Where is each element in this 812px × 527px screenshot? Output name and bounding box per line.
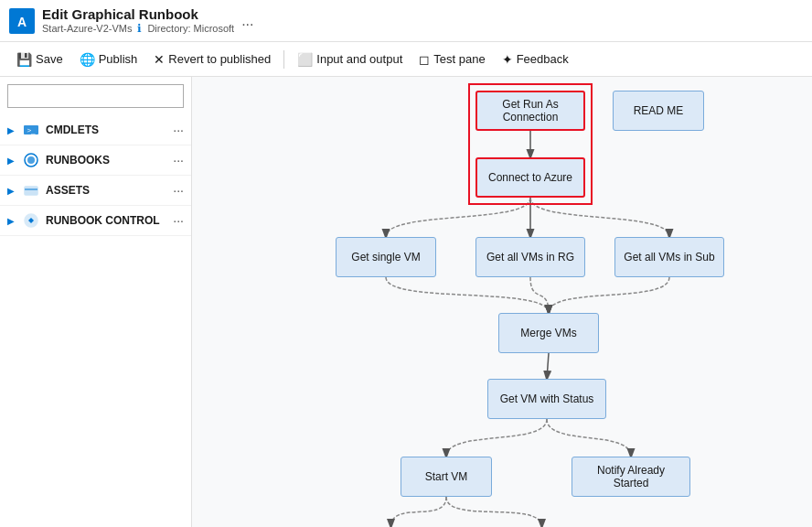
title-ellipsis[interactable]: ... (241, 13, 253, 29)
flow-node-get-single-vm[interactable]: Get single VM (336, 237, 436, 277)
toolbar-separator (283, 50, 284, 69)
cmdlets-icon: >_ (22, 121, 40, 139)
sidebar-label-assets: ASSETS (46, 184, 173, 197)
title-info: Edit Graphical Runbook Start-Azure-V2-VM… (42, 6, 234, 35)
flow-svg (192, 77, 812, 527)
flow-node-get-run-as[interactable]: Get Run As Connection (475, 91, 585, 131)
chevron-icon: ▶ (7, 216, 18, 226)
canvas[interactable]: Get Run As ConnectionREAD MEConnect to A… (192, 77, 812, 527)
flow-node-get-vms-rg[interactable]: Get all VMs in RG (475, 237, 585, 277)
feedback-icon: ✦ (502, 52, 513, 67)
svg-point-5 (27, 156, 35, 164)
app-icon: A (9, 8, 35, 34)
runbooks-icon (22, 151, 40, 169)
save-icon: 💾 (16, 52, 32, 67)
save-button[interactable]: 💾 Save (9, 48, 70, 70)
sidebar: ▶ >_ CMDLETS ··· ▶ RUNBOOKS ··· (0, 77, 192, 527)
flow-node-notify-started[interactable]: Notify Already Started (572, 457, 690, 497)
svg-rect-6 (25, 187, 37, 195)
sidebar-search-container (0, 77, 191, 115)
info-icon: ℹ (137, 22, 142, 35)
revert-button[interactable]: ✕ Revert to published (146, 48, 278, 70)
publish-button[interactable]: 🌐 Publish (72, 48, 145, 70)
sidebar-item-cmdlets[interactable]: ▶ >_ CMDLETS ··· (0, 115, 191, 145)
search-input[interactable] (7, 84, 184, 108)
assets-icon (22, 181, 40, 199)
subtitle-directory: Directory: Microsoft (147, 23, 234, 34)
sidebar-item-assets[interactable]: ▶ ASSETS ··· (0, 176, 191, 206)
test-pane-button[interactable]: ◻ Test pane (411, 48, 492, 70)
chevron-icon: ▶ (7, 125, 18, 135)
sidebar-label-runbook-control: RUNBOOK CONTROL (46, 214, 173, 227)
main-layout: ▶ >_ CMDLETS ··· ▶ RUNBOOKS ··· (0, 77, 812, 527)
toolbar: 💾 Save 🌐 Publish ✕ Revert to published ⬜… (0, 42, 812, 77)
runbooks-more-icon[interactable]: ··· (173, 153, 184, 167)
svg-text:>_: >_ (27, 126, 36, 134)
svg-text:A: A (17, 15, 27, 29)
flow-node-get-vm-status[interactable]: Get VM with Status (487, 379, 606, 419)
sidebar-label-runbooks: RUNBOOKS (46, 154, 173, 167)
feedback-button[interactable]: ✦ Feedback (495, 48, 576, 70)
control-more-icon[interactable]: ··· (173, 213, 184, 228)
flow-node-readme[interactable]: READ ME (613, 91, 704, 131)
chevron-icon: ▶ (7, 156, 18, 166)
revert-icon: ✕ (154, 52, 165, 67)
assets-more-icon[interactable]: ··· (173, 183, 184, 198)
sidebar-item-runbooks[interactable]: ▶ RUNBOOKS ··· (0, 145, 191, 176)
flow-node-merge-vms[interactable]: Merge VMs (498, 313, 599, 353)
flow-node-connect-azure[interactable]: Connect to Azure (475, 157, 585, 198)
sidebar-item-runbook-control[interactable]: ▶ RUNBOOK CONTROL ··· (0, 206, 191, 236)
subtitle-runbook: Start-Azure-V2-VMs (42, 23, 132, 34)
test-pane-icon: ◻ (419, 52, 430, 67)
flow-node-get-vms-sub[interactable]: Get all VMs in Sub (614, 237, 724, 277)
control-icon (22, 211, 40, 230)
input-output-icon: ⬜ (297, 52, 313, 67)
sidebar-label-cmdlets: CMDLETS (46, 124, 173, 136)
publish-icon: 🌐 (80, 52, 95, 67)
page-title: Edit Graphical Runbook (42, 6, 234, 22)
title-subtitle: Start-Azure-V2-VMs ℹ Directory: Microsof… (42, 22, 234, 35)
flow-node-start-vm[interactable]: Start VM (401, 457, 492, 497)
cmdlets-more-icon[interactable]: ··· (173, 123, 184, 137)
chevron-icon: ▶ (7, 186, 18, 196)
input-output-button[interactable]: ⬜ Input and output (290, 48, 410, 70)
title-bar: A Edit Graphical Runbook Start-Azure-V2-… (0, 0, 812, 42)
